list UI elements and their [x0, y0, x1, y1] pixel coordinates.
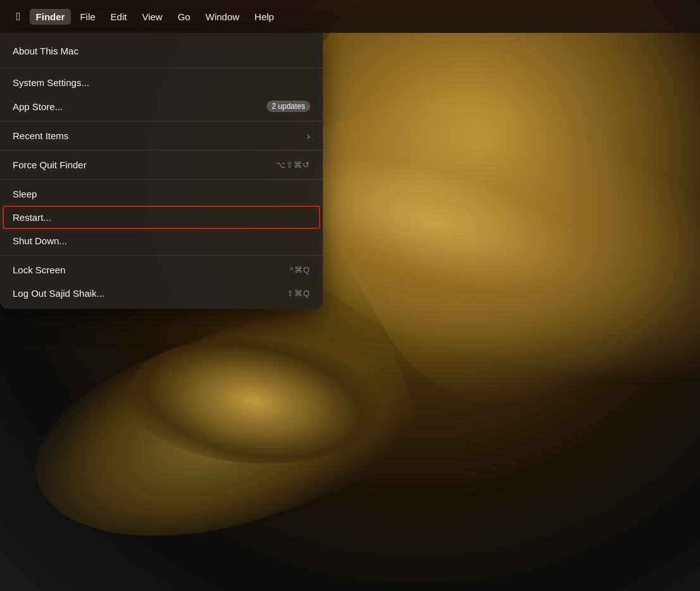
- app-store-badge: 2 updates: [266, 101, 310, 112]
- separator-5: [0, 255, 323, 256]
- menu-item-force-quit[interactable]: Force Quit Finder ⌥⇧⌘↺: [0, 153, 323, 177]
- force-quit-shortcut: ⌥⇧⌘↺: [276, 160, 310, 170]
- menu-item-sleep-label: Sleep: [13, 189, 37, 199]
- menu-item-lock-screen[interactable]: Lock Screen ^⌘Q: [0, 258, 323, 282]
- menubar-help[interactable]: Help: [248, 9, 280, 25]
- menu-item-about-this-mac-label: About This Mac: [13, 46, 78, 56]
- menubar-finder[interactable]: Finder: [30, 9, 72, 25]
- separator-3: [0, 150, 323, 151]
- menu-item-restart-label: Restart...: [13, 212, 51, 223]
- log-out-shortcut: ⇧⌘Q: [287, 289, 310, 298]
- menu-item-log-out[interactable]: Log Out Sajid Shaik... ⇧⌘Q: [0, 282, 323, 305]
- menu-item-recent-items-label: Recent Items: [13, 130, 68, 141]
- menubar-file[interactable]: File: [73, 9, 101, 25]
- menu-item-app-store-label: App Store...: [13, 101, 63, 112]
- lock-screen-shortcut: ^⌘Q: [290, 265, 310, 275]
- menubar-go[interactable]: Go: [172, 9, 197, 25]
- menu-item-restart[interactable]: Restart...: [3, 206, 320, 229]
- menu-item-system-settings[interactable]: System Settings...: [0, 71, 323, 94]
- menu-item-lock-screen-label: Lock Screen: [13, 264, 65, 275]
- menu-item-log-out-label: Log Out Sajid Shaik...: [13, 288, 104, 299]
- separator-4: [0, 179, 323, 180]
- apple-menu-button[interactable]: : [10, 8, 27, 26]
- menu-item-app-store[interactable]: App Store... 2 updates: [0, 94, 323, 118]
- menu-item-shut-down[interactable]: Shut Down...: [0, 229, 323, 252]
- menu-item-recent-items[interactable]: Recent Items ›: [0, 124, 323, 147]
- apple-dropdown-menu: About This Mac System Settings... App St…: [0, 33, 323, 309]
- separator-2: [0, 121, 323, 121]
- menubar-window[interactable]: Window: [199, 9, 246, 25]
- menu-item-about-this-mac[interactable]: About This Mac: [0, 37, 323, 65]
- menubar:  Finder File Edit View Go Window Help: [0, 0, 700, 33]
- chevron-right-icon: ›: [307, 131, 310, 141]
- menu-item-shut-down-label: Shut Down...: [13, 235, 67, 246]
- menu-item-system-settings-label: System Settings...: [13, 77, 89, 88]
- menubar-edit[interactable]: Edit: [104, 9, 134, 25]
- menu-item-force-quit-label: Force Quit Finder: [13, 159, 87, 170]
- menubar-view[interactable]: View: [135, 9, 168, 25]
- separator-1: [0, 68, 323, 68]
- menu-item-sleep[interactable]: Sleep: [0, 182, 323, 206]
